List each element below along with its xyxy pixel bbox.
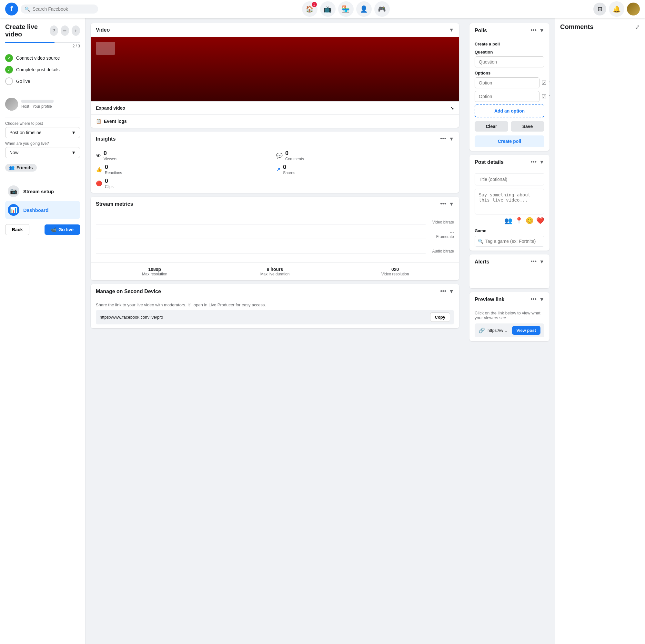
video-card-title: Video (96, 27, 110, 33)
game-input-container: 🔍 (475, 236, 544, 247)
preview-link-row: 🔗 https://www.facebook.co... View post (475, 323, 544, 337)
create-live-header: Create live video ? ☰ + (5, 23, 80, 38)
audience-badge[interactable]: 👥 Friends (5, 164, 37, 172)
framerate-data: --- Framerate (428, 230, 454, 239)
comments-panel: Comments ⤢ (555, 18, 645, 644)
notifications-button[interactable]: 🔔 (609, 1, 624, 17)
gaming-nav-button[interactable]: 🎮 (374, 1, 390, 17)
host-name-blurred (21, 100, 53, 103)
user-avatar[interactable] (627, 3, 640, 15)
poll-actions: Clear Save (475, 121, 544, 131)
comments-header: Comments ⤢ (560, 23, 640, 31)
sidebar-item-dashboard[interactable]: 📊 Dashboard (5, 201, 80, 219)
expand-icon: ⤡ (450, 105, 454, 110)
audio-bitrate-data: --- Audio bitrate (428, 244, 454, 254)
insight-comments-data: 0 Comments (285, 150, 304, 161)
search-input[interactable] (33, 6, 94, 12)
alerts-more-icon[interactable]: ••• (530, 258, 536, 265)
friends-icon: 👥 (9, 165, 14, 170)
alerts-collapse-icon[interactable]: ▼ (539, 259, 544, 265)
insight-clips: 🔴 0 Clips (96, 178, 274, 189)
facebook-logo[interactable]: f (5, 3, 18, 15)
insights-collapse-icon[interactable]: ▼ (449, 136, 454, 142)
preview-link-actions: ••• ▼ (530, 296, 544, 303)
create-poll-button[interactable]: Create poll (475, 135, 544, 147)
manage-device-actions: ••• ▼ (440, 288, 454, 295)
step-label: Go live (16, 79, 30, 84)
insights-more-icon[interactable]: ••• (440, 135, 446, 142)
search-bar[interactable]: 🔍 (21, 5, 98, 14)
post-details-header: Post details ••• ▼ (469, 155, 550, 169)
post-description-textarea[interactable] (475, 189, 544, 215)
comments-icon: 💬 (276, 152, 283, 158)
add-option-button[interactable]: Add an option (475, 104, 544, 117)
expand-comments-icon[interactable]: ⤢ (635, 24, 640, 31)
post-details-more-icon[interactable]: ••• (530, 158, 536, 166)
video-thumbnail (96, 42, 115, 55)
post-details-collapse-icon[interactable]: ▼ (539, 159, 544, 165)
stream-setup-label: Stream setup (23, 189, 54, 194)
tag-people-icon[interactable]: 👥 (504, 217, 512, 225)
feeling-icon[interactable]: 😊 (525, 217, 534, 225)
dashboard-icon: 📊 (8, 204, 19, 216)
preview-link-collapse-icon[interactable]: ▼ (539, 297, 544, 303)
video-collapse-icon[interactable]: ▼ (449, 27, 454, 33)
view-post-button[interactable]: View post (512, 326, 541, 335)
video-bitrate-data: --- Video bitrate (428, 215, 454, 225)
apps-grid-button[interactable]: ⊞ (593, 3, 606, 15)
option-2-delete-icon[interactable]: 🗑 (549, 93, 550, 100)
top-navigation: f 🔍 🏠 1 📺 🏪 👤 🎮 ⊞ 🔔 (0, 0, 645, 18)
manage-device-more-icon[interactable]: ••• (440, 288, 446, 295)
insights-card-header: Insights ••• ▼ (91, 131, 459, 146)
when-going-live-dropdown[interactable]: Now ▼ (5, 147, 80, 158)
insights-header-actions: ••• ▼ (440, 135, 454, 142)
audio-bitrate-row: --- Audio bitrate (96, 244, 454, 254)
stream-metrics-collapse-icon[interactable]: ▼ (449, 201, 454, 207)
dashboard-label: Dashboard (23, 207, 48, 213)
watch-nav-button[interactable]: 📺 (320, 1, 336, 17)
sidebar-item-stream-setup[interactable]: 📷 Stream setup (5, 182, 80, 200)
stream-metrics-more-icon[interactable]: ••• (440, 201, 446, 207)
home-nav-button[interactable]: 🏠 1 (302, 1, 317, 17)
preview-link-title: Preview link (475, 297, 505, 303)
go-live-button[interactable]: 📹 Go live (44, 225, 80, 235)
insight-comments: 💬 0 Comments (276, 150, 454, 161)
expand-video-button[interactable]: Expand video ⤡ (91, 101, 459, 114)
polls-more-icon[interactable]: ••• (530, 27, 536, 34)
post-title-input[interactable] (475, 173, 544, 186)
toggle-sidebar-button[interactable]: ☰ (61, 25, 69, 36)
option-2-input[interactable] (475, 91, 540, 102)
preview-link-more-icon[interactable]: ••• (530, 296, 536, 303)
steps-list: ✓ Connect video source ✓ Complete post d… (5, 52, 80, 87)
expand-video-label: Expand video (96, 105, 125, 110)
video-bitrate-row: --- Video bitrate (96, 215, 454, 225)
video-preview (91, 37, 459, 101)
marketplace-nav-button[interactable]: 🏪 (338, 1, 354, 17)
max-duration-label: Max live duration (216, 272, 334, 276)
manage-device-collapse-icon[interactable]: ▼ (449, 289, 454, 294)
save-button[interactable]: Save (511, 121, 544, 131)
step-complete-icon: ✓ (5, 66, 13, 73)
option-1-input[interactable] (475, 77, 540, 88)
clear-button[interactable]: Clear (475, 121, 508, 131)
where-to-post-label: Choose where to post (5, 121, 80, 126)
friends-nav-button[interactable]: 👤 (356, 1, 372, 17)
max-resolution: 1080p Max resolution (96, 267, 214, 276)
copy-link-button[interactable]: Copy (430, 312, 450, 322)
insight-reactions: 👍 0 Reactions (96, 164, 274, 175)
question-input[interactable] (475, 56, 544, 67)
more-icon[interactable]: ❤️ (536, 217, 544, 225)
game-input[interactable] (475, 236, 544, 247)
option-2-check-icon: ☑ (542, 93, 547, 100)
help-button[interactable]: ? (50, 25, 58, 36)
location-icon[interactable]: 📍 (515, 217, 523, 225)
add-button[interactable]: + (72, 25, 80, 36)
polls-collapse-icon[interactable]: ▼ (539, 28, 544, 34)
link-icon: 🔗 (478, 327, 485, 333)
event-logs-button[interactable]: 📋 Event logs (91, 114, 459, 128)
game-search-icon: 🔍 (478, 239, 483, 244)
option-1-delete-icon[interactable]: 🗑 (549, 80, 550, 86)
back-button[interactable]: Back (5, 224, 29, 235)
question-label: Question (475, 50, 544, 54)
where-to-post-dropdown[interactable]: Post on timeline ▼ (5, 127, 80, 138)
